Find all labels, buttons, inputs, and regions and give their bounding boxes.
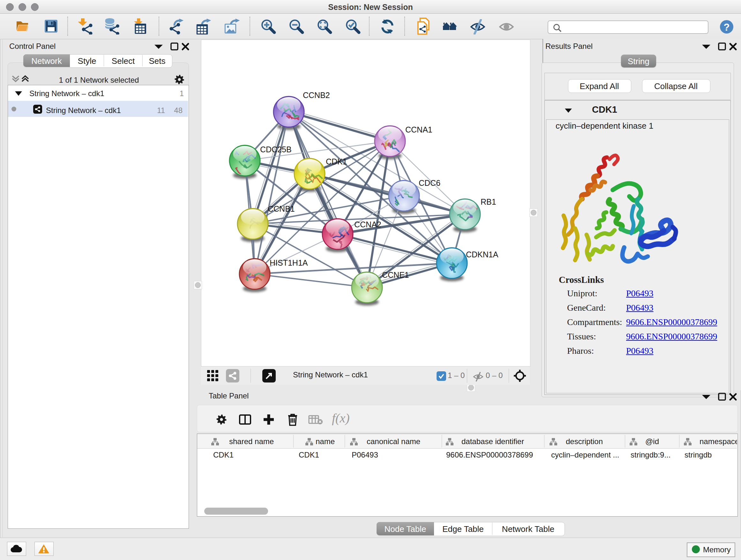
svg-text:RB1: RB1 — [481, 197, 496, 206]
svg-text:CCNB1: CCNB1 — [268, 204, 295, 213]
svg-text:CDK1: CDK1 — [326, 157, 347, 166]
svg-text:CDC6: CDC6 — [419, 179, 441, 187]
svg-text:CCNB2: CCNB2 — [303, 91, 330, 100]
svg-text:CDC25B: CDC25B — [260, 145, 292, 154]
svg-text:HIST1H1A: HIST1H1A — [270, 258, 308, 267]
svg-text:CCNA2: CCNA2 — [354, 220, 381, 229]
svg-text:CCNA1: CCNA1 — [405, 125, 432, 134]
svg-text:CCNE1: CCNE1 — [382, 270, 409, 279]
svg-text:CDKN1A: CDKN1A — [466, 250, 498, 259]
